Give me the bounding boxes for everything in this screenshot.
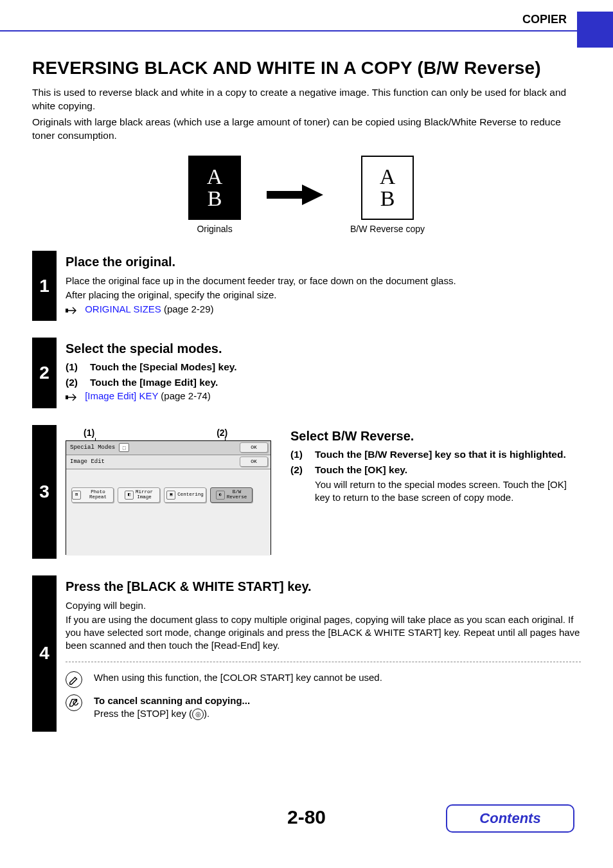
step-2: 2 Select the special modes. (1)Touch the…	[32, 338, 581, 408]
arrow-right-icon	[267, 182, 324, 208]
step-3: 3 (1) (2) Special Modes⬚ OK	[32, 425, 581, 559]
step-number: 4	[32, 575, 57, 732]
photo-repeat-button[interactable]: ⊞Photo Repeat	[71, 487, 114, 503]
substep-num: (1)	[66, 361, 84, 373]
step-number: 3	[32, 425, 57, 559]
tab-label: Image Edit	[70, 458, 105, 465]
image-edit-key-link[interactable]: [Image Edit] KEY	[85, 390, 158, 401]
step-number: 1	[32, 251, 57, 321]
mirror-icon: ◧	[125, 491, 134, 500]
note-pencil-icon	[66, 671, 82, 688]
svg-rect-2	[66, 309, 68, 312]
step-line: Place the original face up in the docume…	[66, 275, 581, 287]
page-title: REVERSING BLACK AND WHITE IN A COPY (B/W…	[32, 58, 581, 78]
step-heading: Select B/W Reverse.	[290, 429, 581, 444]
letter-a: A	[207, 166, 223, 188]
step-line: After placing the original, specify the …	[66, 289, 581, 302]
intro-paragraph-2: Originals with large black areas (which …	[32, 116, 581, 143]
substep-text: Touch the [Image Edit] key.	[90, 377, 218, 388]
step-heading: Select the special modes.	[66, 341, 581, 356]
ok-button-top[interactable]: OK	[240, 442, 268, 453]
substep-num: (2)	[290, 464, 308, 476]
substep-text: Touch the [Special Modes] key.	[90, 361, 237, 373]
centering-icon: ▣	[166, 491, 175, 500]
step-heading: Press the [BLACK & WHITE START] key.	[66, 579, 581, 594]
illustration-row: A B Originals A B B/W Reverse copy	[32, 156, 581, 234]
control-panel-illustration: (1) (2) Special Modes⬚ OK Image Edit	[66, 429, 271, 555]
bw-reverse-button[interactable]: ◐B/W Reverse	[210, 487, 253, 503]
reverse-caption: B/W Reverse copy	[350, 224, 425, 234]
original-sizes-link[interactable]: ORIGINAL SIZES	[85, 303, 161, 314]
header-accent-block	[577, 12, 613, 48]
step-line: If you are using the document glass to c…	[66, 613, 581, 653]
tab-label: Special Modes	[70, 444, 115, 451]
settings-mini-icon: ⬚	[119, 443, 129, 452]
ok-button[interactable]: OK	[240, 457, 268, 467]
cancel-icon	[66, 694, 82, 711]
substep-text: Touch the [B/W Reverse] key so that it i…	[315, 449, 566, 460]
mirror-image-button[interactable]: ◧Mirror Image	[118, 487, 160, 503]
panel-tab-special-modes: Special Modes⬚ OK	[66, 441, 271, 455]
original-sample-box: A B	[188, 156, 241, 220]
letter-b: B	[208, 188, 222, 210]
step-line: Copying will begin.	[66, 599, 581, 612]
pointing-hand-icon	[66, 392, 80, 401]
page-ref: (page 2-29)	[161, 303, 214, 314]
substep-text: Touch the [OK] key.	[315, 464, 407, 476]
pointing-hand-icon	[66, 305, 80, 314]
substep-num: (1)	[290, 449, 308, 460]
step-4: 4 Press the [BLACK & WHITE START] key. C…	[32, 575, 581, 732]
note-text: When using this function, the [COLOR STA…	[94, 671, 382, 684]
svg-rect-3	[66, 395, 68, 399]
callout-2: (2)	[217, 428, 227, 438]
cancel-note: To cancel scanning and copying... Press …	[94, 694, 250, 721]
photo-repeat-icon: ⊞	[72, 491, 81, 500]
step-detail: You will return to the special modes scr…	[315, 478, 581, 505]
substep-num: (2)	[66, 377, 84, 388]
section-label: COPIER	[522, 13, 567, 26]
reverse-sample-box: A B	[361, 156, 414, 220]
callout-1: (1)	[84, 428, 94, 438]
stop-key-icon: ◎	[192, 709, 204, 720]
bw-reverse-icon: ◐	[216, 491, 225, 500]
panel-tab-image-edit: Image Edit OK	[66, 455, 271, 469]
letter-a: A	[380, 166, 396, 188]
step-number: 2	[32, 338, 57, 408]
header-divider	[0, 30, 577, 32]
centering-button[interactable]: ▣Centering	[164, 487, 206, 503]
step-heading: Place the original.	[66, 255, 581, 269]
original-caption: Originals	[197, 224, 232, 234]
svg-rect-0	[267, 191, 302, 199]
intro-paragraph-1: This is used to reverse black and white …	[32, 86, 581, 113]
page-ref: (page 2-74)	[158, 390, 211, 401]
contents-button[interactable]: Contents	[446, 804, 574, 833]
dashed-separator	[66, 662, 581, 662]
step-1: 1 Place the original. Place the original…	[32, 251, 581, 321]
letter-b: B	[380, 188, 395, 210]
svg-marker-1	[302, 185, 323, 205]
